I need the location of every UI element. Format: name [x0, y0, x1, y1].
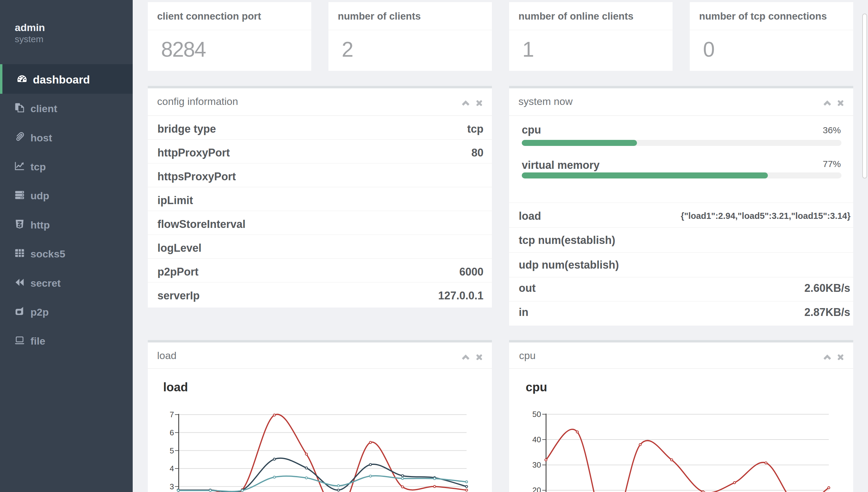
svg-text:40: 40: [532, 435, 541, 444]
svg-text:6: 6: [170, 428, 174, 437]
svg-text:5: 5: [170, 446, 174, 455]
svg-text:30: 30: [532, 460, 541, 469]
svg-text:50: 50: [532, 410, 541, 419]
svg-text:20: 20: [532, 486, 541, 492]
svg-text:7: 7: [170, 410, 174, 419]
svg-text:3: 3: [170, 482, 174, 491]
svg-text:4: 4: [170, 464, 174, 473]
